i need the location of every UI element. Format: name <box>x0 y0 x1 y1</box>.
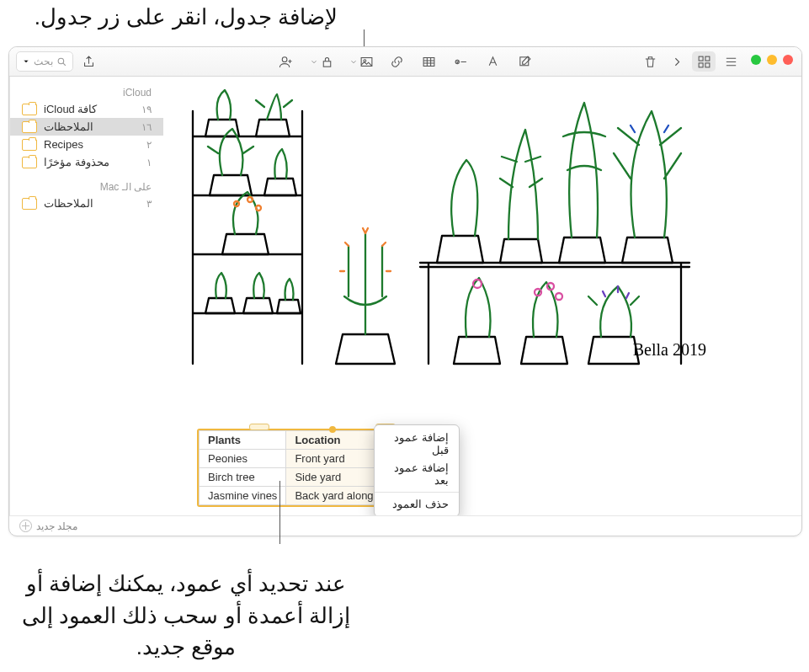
search-icon <box>56 56 67 67</box>
new-folder-label: مجلد جديد <box>36 520 77 532</box>
share-icon <box>82 55 96 69</box>
menu-add-column-after[interactable]: إضافة عمود بعد <box>375 459 459 489</box>
notes-window: بحث iCloud ١٩ كافة iCloud ١٦ الملاحظات <box>8 46 802 536</box>
callout-top: لإضافة جدول، انقر على زر جدول. <box>9 2 363 34</box>
svg-point-15 <box>556 293 562 300</box>
chevron-down-icon <box>349 55 358 69</box>
folder-label: Recipes <box>44 138 83 151</box>
chevron-down-icon <box>310 55 318 69</box>
share-button[interactable] <box>77 51 100 72</box>
svg-rect-6 <box>423 57 434 66</box>
link-icon <box>390 55 404 69</box>
table-icon <box>422 55 436 69</box>
column-drag-dot[interactable] <box>329 426 336 433</box>
folder-icon <box>22 104 37 115</box>
menu-separator <box>375 492 459 493</box>
note-drawing: Bella 2019 <box>175 85 783 381</box>
folder-label: الملاحظات <box>44 197 93 210</box>
lock-button[interactable] <box>306 51 338 72</box>
collaborate-button[interactable] <box>274 51 298 72</box>
chevron-down-icon <box>22 57 30 66</box>
text-format-icon <box>486 55 500 69</box>
sidebar-item-notes-mac[interactable]: ٣ الملاحظات <box>10 195 163 212</box>
table-button[interactable] <box>418 51 441 72</box>
folder-icon <box>22 139 37 151</box>
sidebar-section-mac: على الـ Mac <box>10 178 163 195</box>
svg-point-18 <box>256 205 261 211</box>
table-cell[interactable]: Birch tree <box>200 468 286 487</box>
callout-bottom: عند تحديد أي عمود، يمكنك إضافة أو إزالة … <box>9 568 363 664</box>
link-button[interactable] <box>386 51 409 72</box>
search-field[interactable]: بحث <box>16 51 73 72</box>
compose-icon <box>518 55 532 69</box>
drawing-signature: Bella 2019 <box>633 340 706 359</box>
plus-circle-icon[interactable] <box>19 520 32 532</box>
new-note-button[interactable] <box>514 51 537 72</box>
menu-add-column-before[interactable]: إضافة عمود قبل <box>375 429 459 459</box>
lock-icon <box>320 55 334 69</box>
svg-rect-9 <box>323 61 331 66</box>
folder-count: ١٩ <box>135 104 152 115</box>
sidebar-item-notes[interactable]: ١٦ الملاحظات <box>10 118 163 136</box>
folder-count: ١٦ <box>135 121 152 133</box>
folder-count: ٢ <box>140 139 152 151</box>
column-handle[interactable] <box>249 424 269 430</box>
sidebar-item-recipes[interactable]: ٢ Recipes <box>10 136 163 153</box>
callout-leader-bottom <box>279 481 280 544</box>
sidebar-section-icloud: iCloud <box>10 83 163 100</box>
media-button[interactable] <box>346 51 377 72</box>
menu-delete-column[interactable]: حذف العمود <box>375 495 459 513</box>
table-header-cell[interactable]: Plants <box>200 431 286 450</box>
svg-point-17 <box>247 197 253 202</box>
folder-label: محذوفة مؤخرًا <box>44 156 109 168</box>
checklist-icon <box>454 55 468 69</box>
table-cell[interactable]: Jasmine vines <box>200 487 286 505</box>
search-placeholder: بحث <box>34 56 53 67</box>
sidebar-item-all-icloud[interactable]: ١٩ كافة iCloud <box>10 100 163 118</box>
svg-point-11 <box>58 58 64 64</box>
note-content-area[interactable]: Bella 2019 Plants Location <box>163 77 801 516</box>
folder-label: الملاحظات <box>44 120 93 133</box>
right-toolbar-group: بحث <box>16 47 100 76</box>
table-cell[interactable]: Peonies <box>200 450 286 468</box>
svg-point-10 <box>282 56 287 61</box>
format-button[interactable] <box>482 51 505 72</box>
folder-icon <box>22 121 37 133</box>
folder-icon <box>22 198 37 210</box>
folder-icon <box>22 157 37 168</box>
folder-count: ٣ <box>140 198 152 210</box>
person-add-icon <box>279 55 293 69</box>
titlebar: بحث <box>9 47 801 77</box>
photo-icon <box>359 55 374 69</box>
sidebar-item-recently-deleted[interactable]: ١ محذوفة مؤخرًا <box>10 153 163 171</box>
folders-sidebar: iCloud ١٩ كافة iCloud ١٦ الملاحظات ٢ Rec… <box>9 77 163 516</box>
format-toolbar <box>9 47 801 76</box>
column-context-menu: إضافة عمود قبل إضافة عمود بعد حذف العمود <box>374 424 460 516</box>
folder-count: ١ <box>140 157 152 168</box>
checklist-button[interactable] <box>450 51 473 72</box>
folder-label: كافة iCloud <box>44 103 97 115</box>
window-footer: مجلد جديد <box>9 515 801 536</box>
